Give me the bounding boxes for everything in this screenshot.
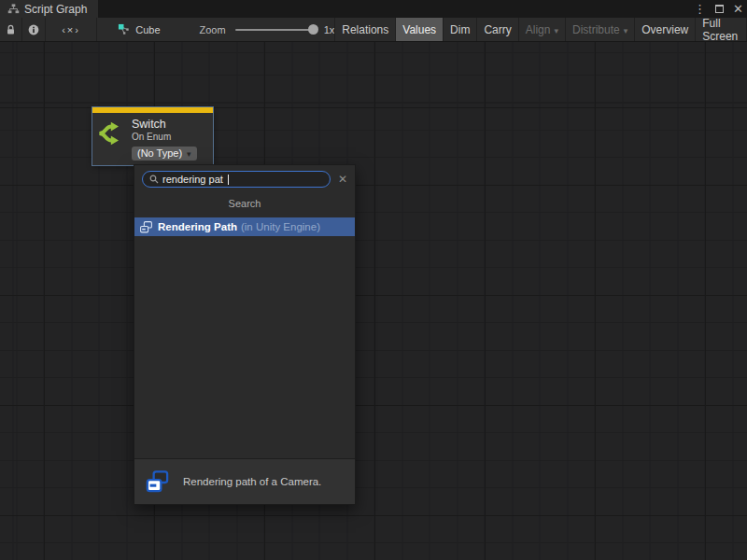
- angle-x-icon: ‹×›: [62, 24, 80, 35]
- info-icon: [28, 24, 39, 35]
- type-dropdown-value: (No Type): [137, 147, 182, 159]
- node-subtitle: On Enum: [132, 132, 197, 143]
- tab-bar: Script Graph ⋮ ✕: [0, 0, 747, 18]
- switch-node[interactable]: Switch On Enum (No Type) ▾: [92, 107, 213, 165]
- clear-search-icon[interactable]: ✕: [338, 174, 347, 185]
- zoom-slider[interactable]: [235, 29, 316, 31]
- search-result-item[interactable]: Rendering Path (in Unity Engine): [134, 217, 355, 236]
- zoom-value: 1x: [324, 24, 335, 35]
- switch-branch-icon: [99, 120, 125, 161]
- distribute-dropdown[interactable]: Distribute ▾: [565, 18, 634, 41]
- result-name: Rendering Path: [158, 221, 237, 232]
- chevron-down-icon: ▾: [187, 149, 191, 159]
- button-label: Values: [402, 23, 436, 36]
- window-controls: ⋮ ✕: [694, 0, 743, 18]
- button-label: Carry: [484, 23, 511, 36]
- node-title: Switch: [132, 118, 197, 132]
- button-label: Distribute: [572, 23, 620, 36]
- chevron-down-icon: ▾: [624, 26, 628, 35]
- tab-script-graph[interactable]: Script Graph: [0, 0, 98, 18]
- dim-button[interactable]: Dim: [443, 18, 476, 41]
- node-text-column: Switch On Enum (No Type) ▾: [132, 118, 197, 161]
- button-label: Dim: [450, 23, 470, 36]
- results-list-empty-area[interactable]: [134, 236, 355, 458]
- button-label: Overview: [641, 23, 688, 36]
- search-icon: [149, 175, 159, 184]
- type-dropdown[interactable]: (No Type) ▾: [132, 147, 197, 161]
- view-options: Relations Values Dim Carry Align ▾ Distr…: [334, 18, 747, 41]
- values-button[interactable]: Values: [395, 18, 443, 41]
- graph-canvas[interactable]: Switch On Enum (No Type) ▾: [0, 42, 747, 560]
- search-query-text: rendering pat: [162, 174, 223, 185]
- tab-title: Script Graph: [24, 3, 87, 16]
- unity-script-graph-window: Script Graph ⋮ ✕: [0, 0, 747, 560]
- node-body: Switch On Enum (No Type) ▾: [92, 113, 213, 161]
- search-section-header: Search: [134, 188, 355, 217]
- search-input[interactable]: rendering pat: [142, 171, 331, 188]
- button-label: Full Screen: [702, 17, 740, 43]
- full-screen-button[interactable]: Full Screen: [695, 18, 747, 41]
- overview-button[interactable]: Overview: [634, 18, 695, 41]
- zoom-control: Zoom 1x: [200, 18, 335, 41]
- info-button[interactable]: [22, 18, 46, 41]
- carry-button[interactable]: Carry: [476, 18, 517, 41]
- selection-details-footer: Rendering path of a Camera.: [134, 458, 355, 504]
- hierarchy-graph-icon: [7, 3, 20, 15]
- close-icon[interactable]: ✕: [733, 3, 743, 15]
- graph-breadcrumb[interactable]: Cube: [118, 18, 160, 41]
- graph-name-label: Cube: [135, 24, 160, 35]
- zoom-label: Zoom: [200, 24, 226, 35]
- result-context: (in Unity Engine): [241, 221, 320, 232]
- button-label: Relations: [342, 23, 388, 36]
- enum-type-icon: [139, 220, 153, 234]
- result-description: Rendering path of a Camera.: [183, 476, 321, 487]
- lock-button[interactable]: [0, 18, 22, 41]
- relations-button[interactable]: Relations: [334, 18, 395, 41]
- type-search-popup: rendering pat ✕ Search Rendering Path (i…: [134, 164, 356, 505]
- lock-icon: [6, 24, 16, 35]
- graph-icon: [118, 23, 130, 35]
- button-label: Align: [526, 23, 551, 36]
- menu-icon[interactable]: ⋮: [694, 3, 706, 15]
- graph-toolbar: ‹×› Cube Zoom 1x Relations: [0, 18, 747, 42]
- align-dropdown[interactable]: Align ▾: [518, 18, 565, 41]
- zoom-slider-handle[interactable]: [308, 24, 318, 35]
- maximize-icon[interactable]: [715, 5, 724, 13]
- toggle-values-button[interactable]: ‹×›: [46, 18, 97, 41]
- chevron-down-icon: ▾: [554, 26, 558, 35]
- search-row: rendering pat ✕: [134, 165, 355, 188]
- enum-type-icon-large: [145, 469, 170, 495]
- text-caret: [228, 175, 229, 185]
